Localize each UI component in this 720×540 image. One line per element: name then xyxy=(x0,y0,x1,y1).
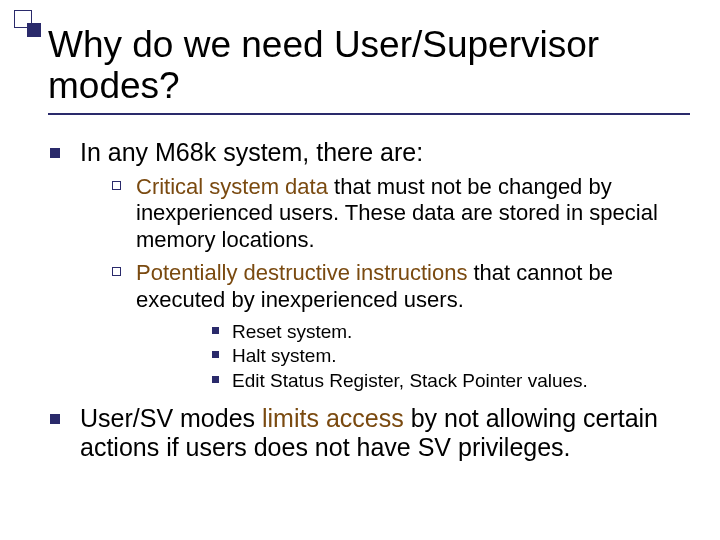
bullet-l2-emph: Potentially destructive instructions xyxy=(136,260,467,285)
slide-body: In any M68k system, there are: Critical … xyxy=(48,138,692,473)
bullet-l1-pre: User/SV modes xyxy=(80,404,262,432)
bullet-l2-emph: Critical system data xyxy=(136,174,328,199)
bullet-l3: Edit Status Register, Stack Pointer valu… xyxy=(136,369,692,394)
bullet-l2: Potentially destructive instructions tha… xyxy=(80,260,692,394)
slide-title: Why do we need User/Supervisor modes? xyxy=(48,24,690,107)
bullet-l3: Halt system. xyxy=(136,344,692,369)
bullet-l3-text: Reset system. xyxy=(232,321,352,342)
bullet-l1-emph: limits access xyxy=(262,404,404,432)
bullet-l3: Reset system. xyxy=(136,320,692,345)
bullet-l3-text: Halt system. xyxy=(232,345,337,366)
bullet-l3-text: Edit Status Register, Stack Pointer valu… xyxy=(232,370,588,391)
slide: Why do we need User/Supervisor modes? In… xyxy=(0,0,720,540)
bullet-l1: In any M68k system, there are: Critical … xyxy=(48,138,692,394)
bullet-l1: User/SV modes limits access by not allow… xyxy=(48,404,692,463)
bullet-l2: Critical system data that must not be ch… xyxy=(80,174,692,254)
bullet-l1-text: In any M68k system, there are: xyxy=(80,138,423,166)
title-underline xyxy=(48,113,690,115)
